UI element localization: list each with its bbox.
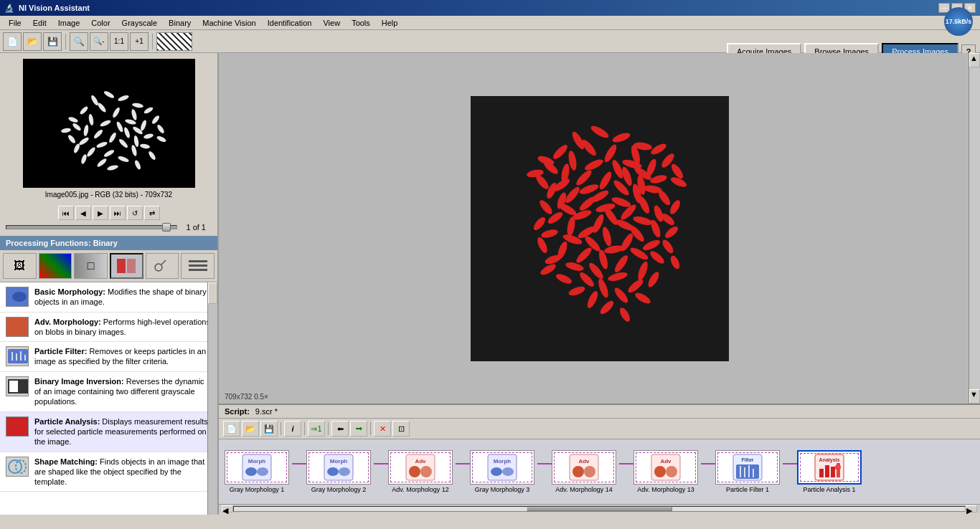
svg-point-174 — [420, 466, 432, 477]
svg-rect-196 — [819, 469, 824, 477]
step-adv-morphology-14[interactable]: Adv Adv. Morphology 14 — [552, 450, 616, 493]
menu-file[interactable]: File — [3, 17, 27, 29]
zoom-in-button[interactable]: 🔍 — [70, 32, 88, 51]
main-area: ▲ ▼ 709x732 0.5× Script: 9.scr * 📄 📂 💾 i — [219, 53, 980, 515]
refresh-button[interactable]: ↺ — [127, 206, 143, 220]
step-box-3[interactable]: Adv — [388, 450, 453, 485]
basic-morphology-text: Basic Morphology: Modifies the shape of … — [34, 287, 212, 308]
script-forward-button[interactable]: ⮕ — [350, 421, 367, 437]
step-box-1[interactable]: Morph — [225, 450, 289, 485]
play-button[interactable]: ▶ — [93, 206, 108, 220]
script-header: Script: 9.scr * — [219, 405, 980, 419]
title-bar-left: 🔬 NI Vision Assistant — [4, 4, 90, 13]
script-info-button[interactable]: i — [284, 421, 301, 437]
svg-point-178 — [502, 467, 514, 476]
menu-binary[interactable]: Binary — [163, 17, 197, 29]
step-box-2[interactable]: Morph — [306, 450, 371, 485]
image-preview-area: Image005.jpg - RGB (32 bits) - 709x732 — [0, 53, 217, 204]
func-list-scrollbar[interactable] — [207, 282, 217, 515]
step-particle-analysis-1[interactable]: Analysis Particle Analysis 1 — [797, 450, 862, 493]
script-run-button[interactable]: ⇒1 — [308, 421, 325, 437]
svg-point-166 — [257, 467, 268, 476]
main-scrollbar[interactable]: ▲ ▼ — [969, 53, 980, 404]
step-box-5[interactable]: Adv — [552, 450, 616, 485]
func-shape-matching[interactable]: Shape Matching: Finds objects in an imag… — [0, 452, 217, 492]
step-box-4[interactable]: Morph — [470, 450, 534, 485]
first-frame-button[interactable]: ⏮ — [58, 206, 74, 220]
menu-color[interactable]: Color — [85, 17, 116, 29]
svg-rect-197 — [825, 465, 829, 477]
menu-image[interactable]: Image — [52, 17, 86, 29]
menu-help[interactable]: Help — [376, 17, 404, 29]
prev-frame-button[interactable]: ◀ — [75, 206, 91, 220]
script-sep-1 — [281, 422, 281, 435]
func-binary-inversion[interactable]: Binary Image Inversion: Reverses the dyn… — [0, 372, 217, 412]
step-label-4: Gray Morphology 3 — [470, 486, 534, 493]
new-button[interactable]: 📄 — [3, 32, 22, 51]
save-button[interactable]: 💾 — [43, 32, 62, 51]
category-binary[interactable] — [110, 253, 143, 279]
function-categories: 🖼 □ — [0, 250, 217, 282]
network-speed: 17.5kB/s — [946, 18, 972, 25]
menu-tools[interactable]: Tools — [346, 17, 376, 29]
func-particle-analysis[interactable]: Particle Analysis: Displays measurement … — [0, 412, 217, 452]
category-measure[interactable] — [181, 253, 215, 279]
zoom-out-button[interactable]: 🔍- — [90, 32, 108, 51]
func-basic-morphology[interactable]: Basic Morphology: Modifies the shape of … — [0, 282, 217, 313]
category-image[interactable]: 🖼 — [3, 253, 37, 279]
step-box-8[interactable]: Analysis — [797, 450, 862, 485]
step-label-1: Gray Morphology 1 — [225, 486, 289, 493]
open-button[interactable]: 📂 — [23, 32, 42, 51]
script-cursor-button[interactable]: ⊡ — [392, 421, 410, 437]
step-label-5: Adv. Morphology 14 — [552, 486, 616, 493]
category-gray[interactable]: □ — [74, 253, 108, 279]
step-gray-morphology-3[interactable]: Morph Gray Morphology 3 — [470, 450, 534, 493]
scroll-track[interactable] — [233, 506, 966, 512]
step-gray-morphology-2[interactable]: Morph Gray Morphology 2 — [306, 450, 371, 493]
scroll-thumb[interactable] — [527, 507, 673, 511]
step-adv-morphology-13[interactable]: Adv Adv. Morphology 13 — [633, 450, 698, 493]
category-analysis[interactable] — [146, 253, 179, 279]
step-box-7[interactable]: Filter — [715, 450, 780, 485]
menu-edit[interactable]: Edit — [27, 17, 52, 29]
script-steps: Morph Gray Morphology 1 Morph — [219, 439, 980, 504]
func-particle-filter[interactable]: Particle Filter: Removes or keeps partic… — [0, 342, 217, 372]
svg-rect-65 — [25, 419, 28, 434]
script-scrollbar[interactable]: ◀ ▶ — [219, 504, 980, 513]
main-layout: Image005.jpg - RGB (32 bits) - 709x732 ⏮… — [0, 53, 980, 515]
menu-grayscale[interactable]: Grayscale — [116, 17, 164, 29]
script-back-button[interactable]: ⬅ — [331, 421, 349, 437]
category-color[interactable] — [39, 253, 72, 279]
last-frame-button[interactable]: ⏭ — [110, 206, 126, 220]
main-scroll-up[interactable]: ▲ — [969, 53, 980, 67]
connector-3 — [456, 463, 470, 464]
svg-rect-189 — [736, 464, 759, 479]
func-adv-morphology[interactable]: Adv. Morphology: Performs high-level ope… — [0, 313, 217, 343]
step-adv-morphology-12[interactable]: Adv Adv. Morphology 12 — [388, 450, 453, 493]
step-gray-morphology-1[interactable]: Morph Gray Morphology 1 — [225, 450, 289, 493]
svg-text:Morph: Morph — [494, 458, 512, 464]
scroll-right-btn[interactable]: ▶ — [966, 505, 977, 513]
svg-point-173 — [409, 466, 420, 477]
menu-identification[interactable]: Identification — [262, 17, 318, 29]
basic-morphology-icon — [6, 287, 29, 307]
menu-view[interactable]: View — [317, 17, 346, 29]
scrollbar-thumb[interactable] — [208, 282, 217, 304]
script-open-button[interactable]: 📂 — [242, 421, 259, 437]
zoom-11-button[interactable]: +1 — [130, 32, 149, 51]
svg-line-46 — [161, 260, 166, 264]
zoom-fit-button[interactable]: 1:1 — [110, 32, 128, 51]
step-particle-filter-1[interactable]: Filter Particle Filter 1 — [715, 450, 780, 493]
svg-rect-64 — [19, 424, 24, 434]
main-scroll-down[interactable]: ▼ — [969, 389, 980, 404]
script-save-button[interactable]: 💾 — [260, 421, 278, 437]
striped-button[interactable] — [156, 32, 192, 51]
step-box-6[interactable]: Adv — [633, 450, 698, 485]
slider-thumb[interactable] — [162, 223, 171, 232]
scroll-left-btn[interactable]: ◀ — [222, 505, 233, 513]
script-stop-button[interactable]: ✕ — [374, 421, 391, 437]
swap-button[interactable]: ⇄ — [144, 206, 160, 220]
menu-machine-vision[interactable]: Machine Vision — [197, 17, 261, 29]
script-new-button[interactable]: 📄 — [223, 421, 240, 437]
slider-track[interactable] — [6, 225, 177, 229]
